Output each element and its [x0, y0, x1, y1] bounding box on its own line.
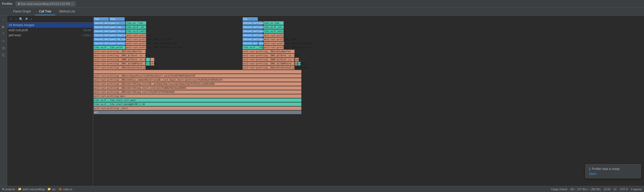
text-icon[interactable]: T — [1, 31, 6, 37]
svg-text:wsl2-rust-profiling`_ZN80_$LT$: wsl2-rust-profiling`_ZN80_$LT$std..io..W… — [243, 58, 299, 61]
svg-text:wsl2-rust-profiling`_ZN4core3o: wsl2-rust-profiling`_ZN4core3ops8functio… — [94, 75, 195, 77]
svg-text:libc.so.6`__libc_write: libc.so.6`__libc_write — [94, 46, 123, 49]
info-icon: ℹ — [589, 167, 590, 171]
thread-name: perf-exec — [9, 33, 82, 37]
grid-icon[interactable]: ⊞ — [1, 45, 6, 51]
svg-text:[kernel.kallsyms]`ksys_wri: [kernel.kallsyms]`ksys_wri — [94, 34, 128, 37]
svg-text:wsl2-rust-profiling`_ZN3std2io: wsl2-rust-profiling`_ZN3std2io8buffer — [94, 50, 142, 53]
status-bar-left: ⊞ projects › 📁 wsl2-rust-profiling › 📁 s… — [2, 187, 72, 191]
svg-text:libc.so.6`_int_: libc.so.6`_int_ — [264, 26, 284, 28]
tab-flame-graph[interactable]: Flame Graph — [9, 8, 35, 15]
stack-container: [ker [kei [ke [kernel.kallsyms]`p libc.s… — [93, 16, 644, 186]
thread-list: All threads merged wsl2-rust-profi 99.9%… — [7, 23, 93, 186]
tab-label: Run wsl2-rust-profiling 8/27/23 4:23 PM — [21, 2, 70, 5]
flame-area: [ker [kei [ke [kernel.kallsyms]`p libc.s… — [93, 16, 644, 186]
status-bar-right: Cargo Check (D) ↑ 157 B/s / ↓ 282 B/s 12… — [551, 188, 642, 191]
run-tab[interactable]: Run wsl2-rust-profiling 8/27/23 4:23 PM … — [16, 2, 75, 6]
add-button[interactable]: + — [9, 17, 13, 21]
svg-text:wsl2-rust-profiling`_ZN73_$LT$: wsl2-rust-profiling`_ZN73_$LT$std..sys..… — [126, 46, 182, 49]
tab-call-tree[interactable]: Call Tree — [35, 8, 55, 15]
svg-text:libc.so.6`realloc: libc.so.6`realloc — [126, 30, 148, 32]
breadcrumb-mainrs[interactable]: main.rs — [63, 188, 72, 191]
thread-name: wsl2-rust-profi — [9, 28, 84, 32]
method-list-label: Method List — [59, 10, 75, 13]
svg-text:libc.s: libc.s — [299, 62, 306, 65]
thread-zoom: 1:1 — [88, 34, 91, 37]
svg-text:libc.so.6`realloc: libc.so.6`realloc — [264, 30, 286, 32]
call-tree-label: Call Tree — [39, 10, 51, 13]
main-content: → ▶ T ≡ ⊞ ☰ + − 🔍 🔎 ⊙ All threads merged… — [0, 16, 644, 186]
app-name: Profiler — [2, 2, 13, 6]
breadcrumb: ⊞ projects › 📁 wsl2-rust-profiling › 📁 s… — [2, 187, 72, 191]
thread-pct: 99.9% — [84, 29, 91, 32]
svg-text:wsl2-rust-profiling`_ZN3std2io: wsl2-rust-profiling`_ZN3std2io5stdio6_pr… — [94, 66, 159, 69]
svg-text:[kernel.kallsyms]`vfs_w: [kernel.kallsyms]`vfs_w — [94, 30, 124, 32]
svg-text:wsl2-rust-profiling`: wsl2-rust-profiling` — [126, 34, 152, 37]
svg-text:[kernel.kallsyms]`entry_SYSC: [kernel.kallsyms]`entry_SYSC — [94, 42, 130, 45]
svg-text:wsl2-rust-profiling`_ZN80_$LT$: wsl2-rust-profiling`_ZN80_$LT$std..io..W… — [94, 58, 151, 61]
svg-text:wsl2-rust-profiling`_ZN61_$LT$: wsl2-rust-profiling`_ZN61_$LT$std..io..s… — [94, 54, 150, 57]
tab-dot — [18, 3, 20, 5]
breadcrumb-projects[interactable]: projects — [5, 188, 15, 191]
thread-item-perf[interactable]: perf-exec < 1% 1:1 — [7, 33, 93, 38]
thread-name: All threads merged — [9, 23, 91, 27]
toast-open-link[interactable]: Open — [589, 172, 637, 176]
breadcrumb-src[interactable]: src — [52, 188, 56, 191]
svg-text:libc.so.`libc: libc.so.`libc — [126, 22, 143, 24]
breadcrumb-wsl2[interactable]: wsl2-rust-profiling — [23, 188, 44, 191]
zoom-out-icon[interactable]: 🔎 — [24, 17, 28, 21]
list-icon[interactable]: ☰ — [1, 52, 6, 58]
encoding[interactable]: UTF-8 — [620, 188, 628, 191]
tab-close-icon[interactable]: × — [71, 2, 73, 5]
tab-method-list[interactable]: Method List — [55, 8, 79, 15]
svg-text:wsl2-rust-profiling`_ZN3std2rt: wsl2-rust-profiling`_ZN3std2rt19lang_sta… — [94, 87, 186, 89]
svg-text:wsl2-rust-profiling`_ZN4core3f: wsl2-rust-profiling`_ZN4core3fmt8builde — [126, 42, 177, 45]
lines-icon[interactable]: ≡ — [1, 38, 6, 44]
thread-panel: + − 🔍 🔎 ⊙ All threads merged wsl2-rust-p… — [7, 16, 93, 186]
minus-button[interactable]: − — [14, 17, 18, 21]
indent[interactable]: 4 spaces — [631, 188, 642, 191]
thread-controls: + − 🔍 🔎 ⊙ — [7, 16, 93, 23]
cargo-check[interactable]: Cargo Check — [551, 188, 567, 191]
toast-notification: ℹ Profiler data is ready Open — [585, 164, 641, 178]
svg-rect-75 — [150, 58, 154, 61]
svg-text:wsl2-rust-profiling`_ZN3std2io: wsl2-rust-profiling`_ZN3std2io5stdio6_pr… — [243, 66, 308, 69]
play-icon[interactable]: ▶ — [1, 24, 6, 29]
svg-text:wsl2-rust-profiling`_start: wsl2-rust-profiling`_start — [94, 107, 128, 110]
thread-item-all[interactable]: All threads merged — [7, 23, 93, 28]
svg-text:libc.so  libc: libc.so libc — [264, 22, 279, 24]
flame-graph-svg: [ker [kei [ke [kernel.kallsyms]`p libc.s… — [93, 17, 644, 128]
breadcrumb-icon-mainrs: 🦀 — [58, 187, 62, 191]
svg-text:[kernel.kallsyms]`: [kernel.kallsyms]` — [243, 22, 266, 24]
line-ending[interactable]: LF — [614, 188, 617, 191]
flame-graph-label: Flame Graph — [13, 10, 31, 13]
svg-text:wsl: wsl — [296, 58, 299, 61]
svg-text:wsl2-rust-profiling`_ZN3std2rt: wsl2-rust-profiling`_ZN3std2rt10lang_sta… — [94, 91, 174, 93]
svg-text:wsl2-rust-profiling`_ZN61_$LT$: wsl2-rust-profiling`_ZN61_$LT$std..io..s… — [243, 54, 299, 57]
zoom-in-icon[interactable]: 🔍 — [19, 17, 23, 21]
svg-text:wsl2-rust-profiling`_ZN3std2rt: wsl2-rust-profiling`_ZN3std2rt10lang_sta… — [94, 83, 215, 85]
svg-rect-74 — [146, 58, 150, 61]
zoom-reset-icon[interactable]: ⊙ — [29, 17, 33, 21]
top-tabs: Flame Graph Call Tree Method List — [0, 8, 644, 16]
svg-text:libc.so.6`__libc_start_call_ma: libc.so.6`__libc_start_call_main — [94, 99, 136, 101]
time-display: 12:54 — [603, 188, 611, 191]
svg-text:[kei: [kei — [259, 42, 264, 45]
svg-text:wsl2-rust-profiling`_ZN73_$LT$: wsl2-rust-profiling`_ZN73_$LT$std..sys.. — [264, 46, 316, 49]
io-stats: (D) ↑ 157 B/s / ↓ 282 B/s — [570, 188, 600, 191]
toast-message: Profiler data is ready — [592, 167, 620, 171]
title-bar: Profiler Run wsl2-rust-profiling 8/27/23… — [0, 0, 644, 8]
svg-rect-117 — [94, 111, 301, 114]
svg-rect-108 — [94, 70, 301, 74]
svg-text:wsl2-rust-profili: wsl2-rust-profili — [264, 34, 286, 37]
thread-item-wsl2[interactable]: wsl2-rust-profi 99.9% — [7, 28, 93, 33]
breadcrumb-icon-projects: ⊞ — [2, 187, 4, 191]
svg-text:wsl2-rust-profiling`_ZN4core3f: wsl2-rust-profiling`_ZN4core3fmt8buil — [264, 42, 312, 45]
svg-text:wsl2-rust-profiling`_ZN3std2io: wsl2-rust-profiling`_ZN3std2io8buffer — [243, 50, 291, 53]
svg-text:wsl2-rust-profiling`main: wsl2-rust-profiling`main — [94, 95, 125, 97]
svg-text:[ke: [ke — [243, 18, 247, 20]
left-sidebar: → ▶ T ≡ ⊞ ☰ — [0, 16, 7, 186]
svg-text:all: all — [94, 111, 98, 114]
arrow-icon[interactable]: → — [1, 17, 6, 22]
svg-text:wsl2-rust-profiling`_ZN50: wsl2-rust-profiling`_ZN50 — [264, 38, 296, 41]
